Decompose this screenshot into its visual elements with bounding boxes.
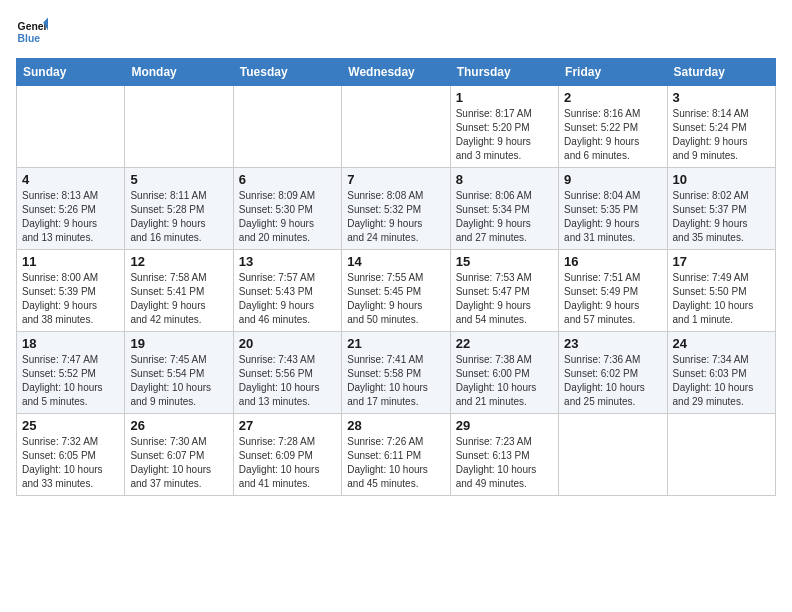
- cell-info: Sunrise: 7:28 AM Sunset: 6:09 PM Dayligh…: [239, 435, 336, 491]
- calendar-cell: 8Sunrise: 8:06 AM Sunset: 5:34 PM Daylig…: [450, 168, 558, 250]
- calendar-cell: 1Sunrise: 8:17 AM Sunset: 5:20 PM Daylig…: [450, 86, 558, 168]
- date-number: 17: [673, 254, 770, 269]
- logo: General Blue: [16, 16, 48, 48]
- week-row-4: 18Sunrise: 7:47 AM Sunset: 5:52 PM Dayli…: [17, 332, 776, 414]
- calendar-cell: [559, 414, 667, 496]
- cell-info: Sunrise: 8:11 AM Sunset: 5:28 PM Dayligh…: [130, 189, 227, 245]
- calendar-cell: 22Sunrise: 7:38 AM Sunset: 6:00 PM Dayli…: [450, 332, 558, 414]
- calendar-cell: 25Sunrise: 7:32 AM Sunset: 6:05 PM Dayli…: [17, 414, 125, 496]
- calendar-cell: 6Sunrise: 8:09 AM Sunset: 5:30 PM Daylig…: [233, 168, 341, 250]
- cell-info: Sunrise: 7:23 AM Sunset: 6:13 PM Dayligh…: [456, 435, 553, 491]
- calendar-cell: 7Sunrise: 8:08 AM Sunset: 5:32 PM Daylig…: [342, 168, 450, 250]
- calendar-cell: 19Sunrise: 7:45 AM Sunset: 5:54 PM Dayli…: [125, 332, 233, 414]
- calendar-cell: 12Sunrise: 7:58 AM Sunset: 5:41 PM Dayli…: [125, 250, 233, 332]
- cell-info: Sunrise: 7:53 AM Sunset: 5:47 PM Dayligh…: [456, 271, 553, 327]
- week-row-1: 1Sunrise: 8:17 AM Sunset: 5:20 PM Daylig…: [17, 86, 776, 168]
- day-header-monday: Monday: [125, 59, 233, 86]
- cell-info: Sunrise: 7:34 AM Sunset: 6:03 PM Dayligh…: [673, 353, 770, 409]
- date-number: 16: [564, 254, 661, 269]
- date-number: 29: [456, 418, 553, 433]
- date-number: 27: [239, 418, 336, 433]
- date-number: 6: [239, 172, 336, 187]
- calendar-cell: [233, 86, 341, 168]
- calendar-cell: 27Sunrise: 7:28 AM Sunset: 6:09 PM Dayli…: [233, 414, 341, 496]
- date-number: 14: [347, 254, 444, 269]
- date-number: 24: [673, 336, 770, 351]
- cell-info: Sunrise: 8:04 AM Sunset: 5:35 PM Dayligh…: [564, 189, 661, 245]
- date-number: 7: [347, 172, 444, 187]
- date-number: 25: [22, 418, 119, 433]
- calendar-cell: [667, 414, 775, 496]
- cell-info: Sunrise: 7:43 AM Sunset: 5:56 PM Dayligh…: [239, 353, 336, 409]
- calendar-cell: 29Sunrise: 7:23 AM Sunset: 6:13 PM Dayli…: [450, 414, 558, 496]
- calendar-cell: 13Sunrise: 7:57 AM Sunset: 5:43 PM Dayli…: [233, 250, 341, 332]
- day-header-saturday: Saturday: [667, 59, 775, 86]
- cell-info: Sunrise: 7:38 AM Sunset: 6:00 PM Dayligh…: [456, 353, 553, 409]
- date-number: 15: [456, 254, 553, 269]
- week-row-3: 11Sunrise: 8:00 AM Sunset: 5:39 PM Dayli…: [17, 250, 776, 332]
- header-row: SundayMondayTuesdayWednesdayThursdayFrid…: [17, 59, 776, 86]
- date-number: 8: [456, 172, 553, 187]
- calendar-table: SundayMondayTuesdayWednesdayThursdayFrid…: [16, 58, 776, 496]
- date-number: 18: [22, 336, 119, 351]
- date-number: 13: [239, 254, 336, 269]
- calendar-cell: 21Sunrise: 7:41 AM Sunset: 5:58 PM Dayli…: [342, 332, 450, 414]
- week-row-2: 4Sunrise: 8:13 AM Sunset: 5:26 PM Daylig…: [17, 168, 776, 250]
- date-number: 3: [673, 90, 770, 105]
- cell-info: Sunrise: 7:58 AM Sunset: 5:41 PM Dayligh…: [130, 271, 227, 327]
- date-number: 28: [347, 418, 444, 433]
- svg-text:General: General: [18, 21, 48, 32]
- date-number: 21: [347, 336, 444, 351]
- cell-info: Sunrise: 8:00 AM Sunset: 5:39 PM Dayligh…: [22, 271, 119, 327]
- cell-info: Sunrise: 7:45 AM Sunset: 5:54 PM Dayligh…: [130, 353, 227, 409]
- calendar-cell: [125, 86, 233, 168]
- cell-info: Sunrise: 7:26 AM Sunset: 6:11 PM Dayligh…: [347, 435, 444, 491]
- week-row-5: 25Sunrise: 7:32 AM Sunset: 6:05 PM Dayli…: [17, 414, 776, 496]
- cell-info: Sunrise: 8:08 AM Sunset: 5:32 PM Dayligh…: [347, 189, 444, 245]
- day-header-friday: Friday: [559, 59, 667, 86]
- date-number: 23: [564, 336, 661, 351]
- cell-info: Sunrise: 7:36 AM Sunset: 6:02 PM Dayligh…: [564, 353, 661, 409]
- calendar-cell: 10Sunrise: 8:02 AM Sunset: 5:37 PM Dayli…: [667, 168, 775, 250]
- calendar-cell: 17Sunrise: 7:49 AM Sunset: 5:50 PM Dayli…: [667, 250, 775, 332]
- day-header-thursday: Thursday: [450, 59, 558, 86]
- date-number: 22: [456, 336, 553, 351]
- cell-info: Sunrise: 8:14 AM Sunset: 5:24 PM Dayligh…: [673, 107, 770, 163]
- date-number: 9: [564, 172, 661, 187]
- date-number: 26: [130, 418, 227, 433]
- calendar-cell: 5Sunrise: 8:11 AM Sunset: 5:28 PM Daylig…: [125, 168, 233, 250]
- cell-info: Sunrise: 7:32 AM Sunset: 6:05 PM Dayligh…: [22, 435, 119, 491]
- calendar-cell: 24Sunrise: 7:34 AM Sunset: 6:03 PM Dayli…: [667, 332, 775, 414]
- svg-text:Blue: Blue: [18, 33, 41, 44]
- date-number: 4: [22, 172, 119, 187]
- cell-info: Sunrise: 7:41 AM Sunset: 5:58 PM Dayligh…: [347, 353, 444, 409]
- cell-info: Sunrise: 7:51 AM Sunset: 5:49 PM Dayligh…: [564, 271, 661, 327]
- cell-info: Sunrise: 7:47 AM Sunset: 5:52 PM Dayligh…: [22, 353, 119, 409]
- date-number: 20: [239, 336, 336, 351]
- logo-icon: General Blue: [16, 16, 48, 48]
- cell-info: Sunrise: 8:02 AM Sunset: 5:37 PM Dayligh…: [673, 189, 770, 245]
- date-number: 19: [130, 336, 227, 351]
- cell-info: Sunrise: 8:09 AM Sunset: 5:30 PM Dayligh…: [239, 189, 336, 245]
- calendar-cell: 11Sunrise: 8:00 AM Sunset: 5:39 PM Dayli…: [17, 250, 125, 332]
- date-number: 2: [564, 90, 661, 105]
- calendar-cell: 28Sunrise: 7:26 AM Sunset: 6:11 PM Dayli…: [342, 414, 450, 496]
- date-number: 10: [673, 172, 770, 187]
- calendar-cell: 4Sunrise: 8:13 AM Sunset: 5:26 PM Daylig…: [17, 168, 125, 250]
- cell-info: Sunrise: 8:17 AM Sunset: 5:20 PM Dayligh…: [456, 107, 553, 163]
- calendar-cell: 16Sunrise: 7:51 AM Sunset: 5:49 PM Dayli…: [559, 250, 667, 332]
- calendar-cell: [342, 86, 450, 168]
- calendar-cell: 15Sunrise: 7:53 AM Sunset: 5:47 PM Dayli…: [450, 250, 558, 332]
- calendar-cell: 23Sunrise: 7:36 AM Sunset: 6:02 PM Dayli…: [559, 332, 667, 414]
- calendar-cell: 26Sunrise: 7:30 AM Sunset: 6:07 PM Dayli…: [125, 414, 233, 496]
- calendar-cell: 2Sunrise: 8:16 AM Sunset: 5:22 PM Daylig…: [559, 86, 667, 168]
- cell-info: Sunrise: 8:06 AM Sunset: 5:34 PM Dayligh…: [456, 189, 553, 245]
- header: General Blue: [16, 16, 776, 48]
- cell-info: Sunrise: 8:13 AM Sunset: 5:26 PM Dayligh…: [22, 189, 119, 245]
- date-number: 12: [130, 254, 227, 269]
- calendar-cell: 18Sunrise: 7:47 AM Sunset: 5:52 PM Dayli…: [17, 332, 125, 414]
- day-header-tuesday: Tuesday: [233, 59, 341, 86]
- day-header-wednesday: Wednesday: [342, 59, 450, 86]
- cell-info: Sunrise: 7:49 AM Sunset: 5:50 PM Dayligh…: [673, 271, 770, 327]
- cell-info: Sunrise: 7:57 AM Sunset: 5:43 PM Dayligh…: [239, 271, 336, 327]
